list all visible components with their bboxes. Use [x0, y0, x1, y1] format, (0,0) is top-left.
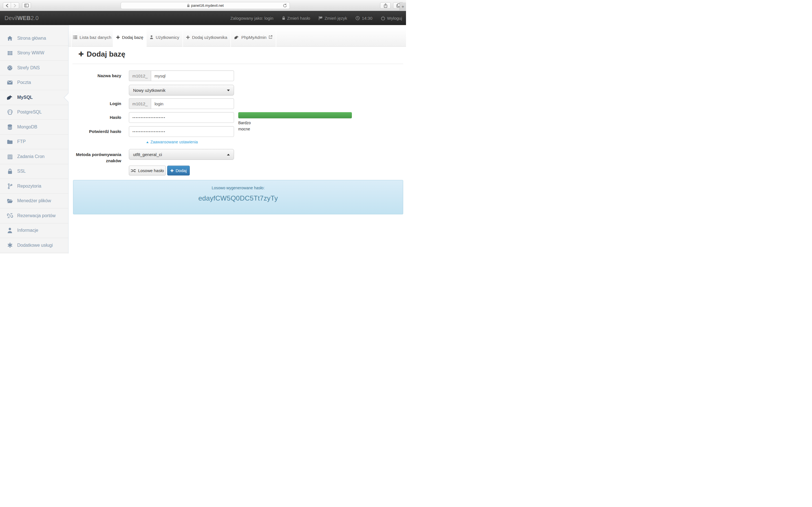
shuffle-icon	[131, 169, 136, 173]
main-content: Lista baz danych Dodaj bazę Użytkownicy …	[68, 25, 406, 253]
browser-chrome: panel16.mydevil.net +	[0, 0, 406, 11]
logout-link[interactable]: Wyloguj	[381, 16, 402, 20]
collation-label: Metoda porównywania znaków	[68, 149, 121, 164]
change-password-link[interactable]: Zmień hasło	[282, 16, 310, 20]
tab-database-list[interactable]: Lista baz danych	[71, 27, 113, 47]
folder-icon	[7, 138, 13, 145]
sidebar-toggle-button[interactable]	[22, 2, 31, 9]
generated-password-caption: Losowo wygenerowane hasło:	[73, 186, 403, 190]
code-branch-icon	[7, 183, 13, 189]
page-title: ✚ Dodaj bazę	[79, 50, 125, 59]
login-prefix: m1012_	[129, 98, 151, 109]
form-buttons: Losowe hasło ✚ Dodaj	[129, 166, 190, 175]
sidebar-item-cron[interactable]: Zadania Cron	[0, 149, 68, 164]
app-header-right: Zalogowany jako: login Zmień hasło Zmień…	[231, 11, 402, 25]
grid-icon	[7, 50, 13, 56]
database-icon	[7, 124, 13, 130]
sidebar-item-ftp[interactable]: FTP	[0, 135, 68, 150]
list-icon	[73, 36, 77, 39]
nav-button-group	[3, 2, 19, 9]
mysql-dolphin-icon	[7, 94, 13, 101]
sidebar-item-dns[interactable]: Strefy DNS	[0, 61, 68, 75]
sidebar-item-mongodb[interactable]: MongoDB	[0, 120, 68, 135]
advanced-settings-link[interactable]: Zaawansowane ustawienia	[119, 140, 225, 144]
sidebar-item-mail[interactable]: Poczta	[0, 75, 68, 91]
confirm-password-input[interactable]	[129, 126, 234, 137]
sidebar-item-mysql[interactable]: MySQL	[0, 90, 68, 105]
back-button[interactable]	[3, 2, 11, 9]
generated-password-value: edayfCW5Q0DC5Tt7zyTy	[73, 194, 403, 202]
random-password-button[interactable]: Losowe hasło	[129, 166, 166, 175]
password-label: Hasło	[68, 112, 121, 123]
plus-icon: +	[402, 4, 404, 9]
tab-phpmyadmin[interactable]: PhpMyAdmin	[231, 27, 276, 47]
db-name-label: Nazwa bazy	[68, 70, 121, 81]
user-icon	[7, 227, 13, 233]
sidebar-item-ssl[interactable]: SSL	[0, 164, 68, 179]
sidebar-item-info[interactable]: Informacje	[0, 223, 68, 238]
confirm-password-label: Potwierdź hasło	[68, 126, 121, 137]
password-input[interactable]	[129, 112, 234, 123]
clock-icon	[356, 16, 360, 20]
plus-icon	[116, 36, 120, 39]
plus-icon	[186, 36, 190, 39]
lock-icon	[187, 4, 190, 7]
db-name-group: m1012_	[129, 70, 234, 81]
generated-password-box: Losowo wygenerowane hasło: edayfCW5Q0DC5…	[73, 180, 403, 214]
clock-item: 14:30	[356, 16, 372, 20]
external-link-icon	[269, 35, 272, 40]
change-language-link[interactable]: Zmień język	[319, 16, 347, 20]
sidebar-item-postgresql[interactable]: PostgreSQL	[0, 105, 68, 120]
sidebar-item-repositories[interactable]: Repozytoria	[0, 179, 68, 194]
tab-add-database[interactable]: Dodaj bazę	[113, 27, 146, 47]
envelope-icon	[7, 79, 13, 86]
globe-icon	[7, 65, 13, 71]
url-text: panel16.mydevil.net	[191, 3, 224, 8]
tab-add-user[interactable]: Dodaj użytkownika	[183, 27, 231, 47]
padlock-icon	[7, 168, 13, 174]
chevron-left-icon	[6, 4, 8, 7]
postgresql-elephant-icon	[7, 109, 13, 115]
share-icon	[384, 3, 388, 8]
broken-link-icon	[7, 213, 13, 219]
forward-button[interactable]	[11, 2, 19, 9]
home-icon	[7, 35, 13, 41]
title-divider	[72, 64, 403, 64]
sidebar-panel-icon	[24, 4, 29, 7]
sidebar-item-ports[interactable]: Rezerwacja portów	[0, 209, 68, 223]
tab-users[interactable]: Użytkownicy	[146, 27, 183, 47]
user-select[interactable]: Nowy użytkownik	[129, 85, 234, 96]
plus-icon: ✚	[170, 168, 174, 173]
chevron-right-icon	[13, 4, 16, 7]
folder-open-icon	[7, 198, 13, 204]
lock-icon	[282, 16, 285, 20]
caret-down-icon	[227, 90, 230, 91]
url-field[interactable]: panel16.mydevil.net	[121, 2, 290, 9]
reload-icon[interactable]	[283, 3, 287, 9]
brand-bold: WEB	[17, 15, 31, 21]
user-icon	[150, 35, 153, 39]
db-name-input[interactable]	[151, 70, 234, 81]
brand-suffix: 2.0	[31, 15, 39, 21]
collation-select[interactable]: utf8_general_ci	[129, 149, 234, 160]
sidebar-item-extra-services[interactable]: Dodatkowe usługi	[0, 238, 68, 253]
brand-prefix: Devil	[4, 15, 17, 21]
tab-bar: Lista baz danych Dodaj bazę Użytkownicy …	[68, 27, 406, 47]
sidebar-item-websites[interactable]: Strony WWW	[0, 46, 68, 61]
calendar-icon	[7, 154, 13, 160]
asterisk-icon	[7, 242, 13, 248]
login-group: m1012_	[129, 98, 234, 109]
app-header: DevilWEB 2.0 Zalogowany jako: login Zmie…	[0, 11, 406, 25]
logged-in-as: Zalogowany jako: login	[231, 16, 273, 20]
sidebar-item-home[interactable]: Strona główna	[0, 31, 68, 46]
flag-icon	[319, 16, 322, 20]
login-input[interactable]	[151, 98, 234, 109]
share-button[interactable]	[380, 2, 391, 9]
add-button[interactable]: ✚ Dodaj	[167, 166, 190, 175]
db-name-prefix: m1012_	[129, 70, 151, 81]
login-label: Login	[68, 98, 121, 109]
mysql-dolphin-icon	[234, 35, 239, 40]
power-icon	[381, 16, 385, 20]
sidebar-item-file-manager[interactable]: Menedżer plików	[0, 194, 68, 209]
new-tab-button[interactable]: +	[400, 3, 406, 11]
